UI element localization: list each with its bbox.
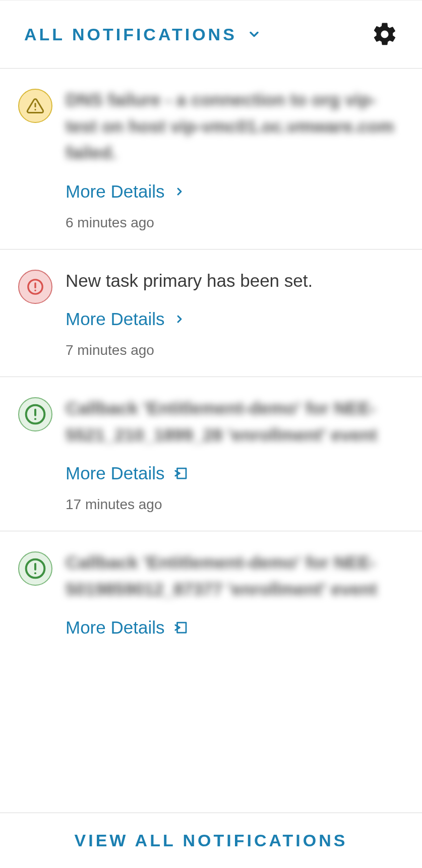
notifications-header: ALL NOTIFICATIONS: [0, 1, 422, 69]
gear-icon: [372, 21, 398, 47]
notification-content: DNS failure - a connection to org vip-te…: [66, 87, 404, 231]
more-details-link[interactable]: More Details: [66, 181, 404, 202]
view-all-notifications-label: VIEW ALL NOTIFICATIONS: [75, 831, 348, 850]
more-details-link[interactable]: More Details: [66, 617, 404, 638]
filter-dropdown-label: ALL NOTIFICATIONS: [24, 25, 237, 44]
more-details-label: More Details: [66, 617, 164, 638]
notification-item: DNS failure - a connection to org vip-te…: [0, 69, 422, 250]
notification-time: 6 minutes ago: [66, 215, 404, 231]
settings-button[interactable]: [372, 21, 398, 47]
notification-content: Callback 'Entitlement-demo' for NEE-5019…: [66, 549, 404, 638]
notification-message: DNS failure - a connection to org vip-te…: [66, 87, 404, 166]
warning-triangle-icon: [26, 97, 44, 115]
view-all-notifications-button[interactable]: VIEW ALL NOTIFICATIONS: [0, 813, 422, 868]
notification-message: Callback 'Entitlement-demo' for NEE-5019…: [66, 549, 404, 602]
chevron-right-icon: [173, 185, 186, 198]
alert-circle-icon: [24, 557, 46, 580]
filter-dropdown[interactable]: ALL NOTIFICATIONS: [24, 25, 261, 44]
more-details-link[interactable]: More Details: [66, 463, 404, 483]
notification-message: New task primary has been set.: [66, 268, 404, 294]
notification-item: Callback 'Entitlement-demo' for NEE-5521…: [0, 377, 422, 531]
chevron-down-icon: [247, 27, 261, 41]
severity-icon-info: [18, 397, 52, 431]
notification-time: 17 minutes ago: [66, 497, 404, 513]
external-link-icon: [173, 620, 189, 635]
severity-icon-info: [18, 551, 52, 586]
notification-content: New task primary has been set. More Deta…: [66, 268, 404, 359]
chevron-right-icon: [173, 313, 186, 325]
more-details-label: More Details: [66, 309, 164, 329]
notification-item: Callback 'Entitlement-demo' for NEE-5019…: [0, 531, 422, 656]
notification-message: Callback 'Entitlement-demo' for NEE-5521…: [66, 395, 404, 448]
notification-content: Callback 'Entitlement-demo' for NEE-5521…: [66, 395, 404, 513]
alert-circle-icon: [24, 403, 46, 425]
more-details-link[interactable]: More Details: [66, 309, 404, 329]
notifications-list: DNS failure - a connection to org vip-te…: [0, 69, 422, 656]
external-link-icon: [173, 466, 189, 481]
notification-time: 7 minutes ago: [66, 342, 404, 358]
more-details-label: More Details: [66, 181, 164, 202]
severity-icon-warning: [18, 89, 52, 123]
notification-item: New task primary has been set. More Deta…: [0, 250, 422, 378]
alert-circle-icon: [27, 278, 44, 295]
more-details-label: More Details: [66, 463, 164, 483]
severity-icon-error: [18, 270, 52, 304]
